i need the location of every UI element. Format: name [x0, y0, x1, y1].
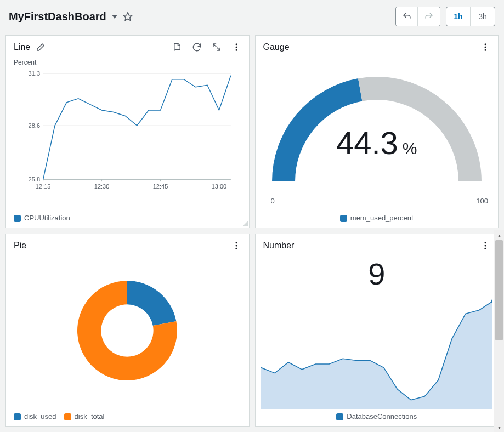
kebab-menu-icon[interactable]: [231, 42, 241, 52]
kebab-menu-icon[interactable]: [480, 241, 490, 251]
time-range-1h[interactable]: 1h: [446, 7, 471, 26]
line-legend-item: CPUUtilization: [14, 214, 70, 222]
svg-point-26: [485, 245, 486, 247]
gauge-legend: mem_used_percent: [256, 211, 499, 228]
undo-redo-group: [395, 7, 440, 26]
widget-number-title: Number: [263, 241, 295, 251]
svg-point-21: [485, 49, 486, 51]
number-body: 9: [256, 254, 499, 409]
svg-point-27: [485, 248, 486, 249]
svg-text:12:15: 12:15: [36, 183, 51, 190]
widget-pie-head: Pie: [6, 234, 249, 254]
time-range-tabs: 1h 3h: [446, 7, 495, 26]
widget-line: Line Percent: [5, 35, 250, 228]
number-legend-item: DatabaseConnections: [336, 412, 417, 420]
pie-legend-total: disk_total: [64, 412, 105, 420]
kebab-menu-icon[interactable]: [480, 42, 490, 52]
scroll-down-icon[interactable]: ▾: [494, 422, 504, 432]
svg-point-1: [235, 43, 237, 45]
svg-point-3: [235, 49, 237, 51]
svg-text:12:30: 12:30: [94, 183, 110, 190]
pie-legend: disk_used disk_total: [6, 409, 249, 426]
widget-line-head: Line: [6, 36, 249, 55]
gauge-max: 100: [476, 197, 488, 205]
number-legend-label: DatabaseConnections: [347, 412, 417, 420]
widget-gauge: Gauge 44.3% 0 100 mem_used_percent: [255, 35, 499, 228]
pie-body: [6, 254, 249, 409]
favorite-star-icon[interactable]: [122, 10, 134, 22]
widget-grid: Line Percent: [0, 35, 504, 432]
gauge-value-block: 44.3%: [336, 125, 417, 162]
svg-text:12:45: 12:45: [153, 183, 168, 190]
svg-text:25.8: 25.8: [29, 176, 40, 183]
gauge-legend-label: mem_used_percent: [350, 214, 414, 222]
edit-icon[interactable]: [36, 42, 46, 52]
line-legend: CPUUtilization: [6, 211, 249, 228]
widget-pie-title: Pie: [14, 241, 26, 251]
swatch-blue-icon: [14, 413, 21, 420]
pie-legend-used: disk_used: [14, 412, 56, 420]
scroll-track[interactable]: [494, 240, 504, 422]
svg-point-24: [235, 248, 237, 249]
kebab-menu-icon[interactable]: [231, 241, 241, 251]
header-right-controls: 1h 3h: [395, 7, 495, 26]
dashboard-header: MyFirstDashBoard 1h 3h: [0, 0, 504, 35]
resize-handle-icon[interactable]: [240, 219, 249, 228]
gauge-unit: %: [403, 140, 417, 158]
widget-pie: Pie disk_used disk_total: [5, 234, 250, 427]
svg-text:13:00: 13:00: [212, 183, 227, 190]
gauge-body: 44.3% 0 100: [256, 55, 499, 211]
dashboard-title: MyFirstDashBoard: [9, 10, 106, 23]
swatch-blue-icon: [14, 215, 21, 222]
title-caret-icon[interactable]: [112, 15, 117, 19]
svg-point-19: [485, 43, 486, 45]
refresh-icon[interactable]: [192, 42, 202, 52]
svg-text:31.3: 31.3: [29, 70, 40, 77]
scroll-up-icon[interactable]: ▴: [494, 230, 504, 240]
widget-line-title: Line: [14, 42, 30, 52]
swatch-blue-icon: [336, 413, 343, 420]
gauge-legend-item: mem_used_percent: [340, 214, 414, 222]
widget-gauge-title: Gauge: [263, 42, 290, 52]
svg-point-25: [485, 242, 486, 243]
gauge-min: 0: [271, 197, 275, 205]
redo-button[interactable]: [418, 7, 440, 26]
widget-gauge-head: Gauge: [256, 36, 499, 55]
widget-number-head: Number: [256, 234, 499, 254]
svg-marker-0: [123, 13, 132, 21]
undo-button[interactable]: [396, 7, 418, 26]
svg-point-22: [235, 242, 237, 243]
vertical-scrollbar[interactable]: ▴ ▾: [494, 230, 504, 432]
number-legend: DatabaseConnections: [256, 409, 499, 426]
scroll-thumb[interactable]: [495, 240, 503, 340]
pie-legend-total-label: disk_total: [75, 412, 105, 420]
gauge-value: 44.3: [336, 126, 398, 161]
svg-point-23: [235, 245, 237, 247]
swatch-orange-icon: [64, 413, 71, 420]
svg-point-20: [485, 47, 486, 48]
number-value: 9: [256, 256, 499, 292]
title-group: MyFirstDashBoard: [9, 10, 134, 23]
line-y-title: Percent: [14, 59, 36, 66]
svg-point-2: [235, 47, 237, 48]
line-chart-body: Percent 25.828.631.312:1512:3012:4513:00: [6, 55, 249, 211]
svg-text:28.6: 28.6: [29, 122, 40, 129]
line-legend-label: CPUUtilization: [24, 214, 70, 222]
widget-number: Number 9 DatabaseConnections: [255, 234, 499, 427]
pie-legend-used-label: disk_used: [24, 412, 56, 420]
swatch-blue-icon: [340, 215, 347, 222]
expand-icon[interactable]: [212, 42, 222, 52]
time-range-3h[interactable]: 3h: [471, 7, 495, 26]
copy-icon[interactable]: [172, 42, 182, 52]
